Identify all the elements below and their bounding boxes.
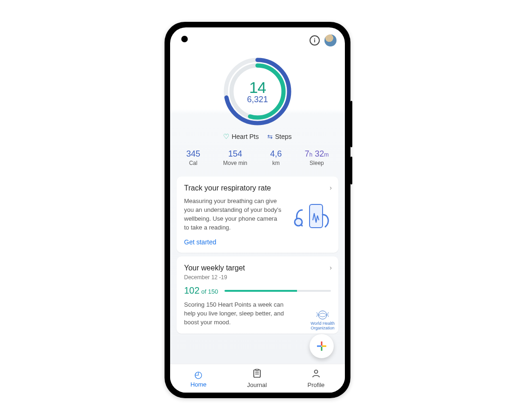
nav-journal[interactable]: Journal — [247, 369, 267, 388]
progress-bar-fill — [224, 290, 297, 292]
nav-home-label: Home — [191, 381, 207, 388]
svg-rect-8 — [321, 347, 323, 351]
stat-cal-value: 345 — [186, 149, 200, 159]
get-started-link[interactable]: Get started — [184, 238, 216, 246]
profile-icon — [311, 369, 321, 381]
screen: i 14 6,321 ♡H — [170, 27, 345, 393]
card-weekly-target[interactable]: Your weekly target › December 12 -19 102… — [177, 256, 338, 334]
activity-ring[interactable]: 14 6,321 — [170, 53, 345, 129]
stethoscope-phone-icon — [292, 202, 334, 239]
svg-rect-4 — [310, 204, 323, 228]
heart-icon: ♡ — [223, 132, 229, 141]
avatar[interactable] — [324, 34, 337, 46]
top-bar: i — [170, 27, 345, 53]
svg-rect-14 — [256, 369, 258, 370]
stat-km[interactable]: 4,6 km — [270, 149, 282, 166]
chevron-right-icon: › — [330, 184, 332, 191]
heart-points-value: 14 — [249, 79, 266, 97]
stat-km-value: 4,6 — [270, 149, 282, 159]
fab-add-button[interactable] — [310, 334, 334, 358]
steps-icon: ⇆ — [267, 133, 273, 140]
card-respiratory-title: Track your respiratory rate — [184, 184, 331, 192]
stat-cal-label: Cal — [186, 160, 200, 166]
svg-point-5 — [295, 218, 302, 226]
target-value: 102 — [184, 285, 199, 295]
volume-button[interactable] — [350, 101, 352, 147]
svg-point-15 — [314, 370, 317, 373]
card-respiratory-body: Measuring your breathing can give you an… — [184, 197, 282, 232]
bottom-nav: ◴ Home Journal Profile — [170, 364, 345, 393]
chevron-right-icon: › — [330, 264, 332, 271]
card-target-date: December 12 -19 — [184, 274, 331, 281]
stat-sleep-value: 7h 32m — [305, 149, 329, 159]
card-respiratory[interactable]: Track your respiratory rate › Measuring … — [177, 177, 338, 253]
stat-move[interactable]: 154 Move min — [223, 149, 247, 166]
target-value-wrap: 102 of 150 — [184, 285, 218, 296]
camera-hole — [181, 36, 188, 42]
stat-move-value: 154 — [223, 149, 247, 159]
svg-rect-9 — [317, 346, 321, 347]
target-progress: 102 of 150 — [184, 285, 331, 296]
legend-steps[interactable]: ⇆Steps — [267, 132, 292, 141]
stat-km-label: km — [270, 160, 282, 166]
nav-profile[interactable]: Profile — [307, 369, 324, 388]
svg-rect-7 — [321, 341, 323, 346]
legend-heart[interactable]: ♡Heart Pts — [223, 132, 258, 141]
svg-point-6 — [318, 311, 327, 319]
phone-frame: i 14 6,321 ♡H — [165, 22, 350, 398]
who-badge: World Health Organization — [310, 309, 335, 331]
home-icon: ◴ — [194, 369, 202, 380]
stat-sleep-label: Sleep — [305, 160, 329, 166]
progress-bar — [224, 290, 331, 292]
stat-sleep[interactable]: 7h 32m Sleep — [305, 149, 329, 166]
legend-heart-label: Heart Pts — [231, 133, 258, 140]
target-of: of 150 — [199, 288, 218, 295]
nav-home[interactable]: ◴ Home — [191, 369, 207, 388]
card-target-title: Your weekly target — [184, 264, 331, 272]
stats-row: 345 Cal 154 Move min 4,6 km 7h 32m Sleep — [170, 149, 345, 173]
ring-legend: ♡Heart Pts ⇆Steps — [170, 132, 345, 141]
stat-move-label: Move min — [223, 160, 247, 166]
power-button[interactable] — [350, 157, 352, 184]
svg-rect-10 — [322, 346, 326, 347]
legend-steps-label: Steps — [275, 133, 292, 140]
nav-profile-label: Profile — [307, 381, 324, 388]
card-target-body: Scoring 150 Heart Points a week can help… — [184, 301, 291, 327]
info-icon[interactable]: i — [310, 35, 320, 46]
steps-value: 6,321 — [247, 95, 268, 105]
svg-rect-11 — [254, 370, 260, 377]
content-area: 14 6,321 ♡Heart Pts ⇆Steps 345 Cal 154 M… — [170, 53, 345, 364]
nav-journal-label: Journal — [247, 381, 267, 388]
stat-cal[interactable]: 345 Cal — [186, 149, 200, 166]
journal-icon — [252, 369, 262, 381]
